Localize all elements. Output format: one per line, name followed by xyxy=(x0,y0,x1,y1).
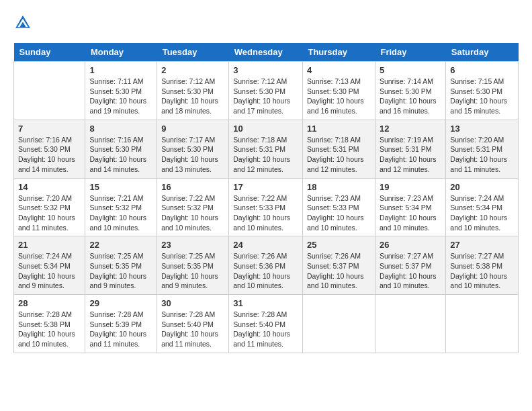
calendar-cell: 26Sunrise: 7:27 AMSunset: 5:37 PMDayligh… xyxy=(375,236,445,295)
day-info: Sunrise: 7:11 AMSunset: 5:30 PMDaylight:… xyxy=(89,77,152,116)
calendar-cell: 19Sunrise: 7:23 AMSunset: 5:34 PMDayligh… xyxy=(375,178,445,236)
calendar-cell: 8Sunrise: 7:16 AMSunset: 5:30 PMDaylight… xyxy=(85,120,157,178)
calendar-week-row: 28Sunrise: 7:28 AMSunset: 5:38 PMDayligh… xyxy=(14,295,519,353)
day-number: 18 xyxy=(307,182,371,192)
day-info: Sunrise: 7:17 AMSunset: 5:30 PMDaylight:… xyxy=(161,135,224,175)
day-info: Sunrise: 7:18 AMSunset: 5:31 PMDaylight:… xyxy=(233,135,298,175)
day-number: 13 xyxy=(450,124,514,134)
day-info: Sunrise: 7:13 AMSunset: 5:30 PMDaylight:… xyxy=(307,77,371,116)
day-info: Sunrise: 7:16 AMSunset: 5:30 PMDaylight:… xyxy=(89,135,152,175)
calendar-header-row: SundayMondayTuesdayWednesdayThursdayFrid… xyxy=(14,43,519,62)
day-number: 20 xyxy=(450,182,514,192)
day-number: 4 xyxy=(307,65,371,75)
day-info: Sunrise: 7:26 AMSunset: 5:37 PMDaylight:… xyxy=(307,251,371,291)
calendar-cell: 31Sunrise: 7:28 AMSunset: 5:40 PMDayligh… xyxy=(229,295,303,353)
day-number: 27 xyxy=(450,240,514,250)
day-info: Sunrise: 7:27 AMSunset: 5:37 PMDaylight:… xyxy=(380,251,441,291)
logo xyxy=(13,13,35,32)
day-info: Sunrise: 7:14 AMSunset: 5:30 PMDaylight:… xyxy=(380,77,441,116)
calendar-cell xyxy=(446,295,519,353)
weekday-header-thursday: Thursday xyxy=(302,43,375,62)
day-number: 21 xyxy=(18,240,81,250)
calendar-cell: 6Sunrise: 7:15 AMSunset: 5:30 PMDaylight… xyxy=(446,62,519,120)
calendar-week-row: 1Sunrise: 7:11 AMSunset: 5:30 PMDaylight… xyxy=(14,62,519,120)
calendar-cell: 11Sunrise: 7:18 AMSunset: 5:31 PMDayligh… xyxy=(302,120,375,178)
day-number: 11 xyxy=(307,124,371,134)
calendar-table: SundayMondayTuesdayWednesdayThursdayFrid… xyxy=(13,43,519,353)
day-number: 3 xyxy=(233,65,298,75)
day-info: Sunrise: 7:22 AMSunset: 5:32 PMDaylight:… xyxy=(161,193,224,233)
calendar-cell: 24Sunrise: 7:26 AMSunset: 5:36 PMDayligh… xyxy=(229,236,303,295)
day-info: Sunrise: 7:28 AMSunset: 5:38 PMDaylight:… xyxy=(18,310,81,349)
day-info: Sunrise: 7:27 AMSunset: 5:38 PMDaylight:… xyxy=(450,251,514,291)
calendar-cell: 21Sunrise: 7:24 AMSunset: 5:34 PMDayligh… xyxy=(14,236,85,295)
calendar-cell: 29Sunrise: 7:28 AMSunset: 5:39 PMDayligh… xyxy=(85,295,157,353)
day-number: 31 xyxy=(233,298,298,308)
day-number: 14 xyxy=(18,182,81,192)
calendar-week-row: 14Sunrise: 7:20 AMSunset: 5:32 PMDayligh… xyxy=(14,178,519,236)
day-info: Sunrise: 7:28 AMSunset: 5:39 PMDaylight:… xyxy=(89,310,152,349)
calendar-cell: 30Sunrise: 7:28 AMSunset: 5:40 PMDayligh… xyxy=(157,295,229,353)
weekday-header-friday: Friday xyxy=(375,43,445,62)
day-info: Sunrise: 7:23 AMSunset: 5:33 PMDaylight:… xyxy=(307,193,371,233)
calendar-cell xyxy=(375,295,445,353)
day-number: 17 xyxy=(233,182,298,192)
day-number: 30 xyxy=(161,298,224,308)
calendar-cell: 14Sunrise: 7:20 AMSunset: 5:32 PMDayligh… xyxy=(14,178,85,236)
day-number: 26 xyxy=(380,240,441,250)
weekday-header-sunday: Sunday xyxy=(14,43,85,62)
calendar-cell: 9Sunrise: 7:17 AMSunset: 5:30 PMDaylight… xyxy=(157,120,229,178)
calendar-cell: 12Sunrise: 7:19 AMSunset: 5:31 PMDayligh… xyxy=(375,120,445,178)
calendar-cell: 17Sunrise: 7:22 AMSunset: 5:33 PMDayligh… xyxy=(229,178,303,236)
day-number: 28 xyxy=(18,298,81,308)
calendar-cell: 27Sunrise: 7:27 AMSunset: 5:38 PMDayligh… xyxy=(446,236,519,295)
day-info: Sunrise: 7:18 AMSunset: 5:31 PMDaylight:… xyxy=(307,135,371,175)
day-info: Sunrise: 7:26 AMSunset: 5:36 PMDaylight:… xyxy=(233,251,298,291)
day-info: Sunrise: 7:28 AMSunset: 5:40 PMDaylight:… xyxy=(161,310,224,349)
calendar-cell: 25Sunrise: 7:26 AMSunset: 5:37 PMDayligh… xyxy=(302,236,375,295)
day-number: 2 xyxy=(161,65,224,75)
day-number: 6 xyxy=(450,65,514,75)
calendar-cell: 20Sunrise: 7:24 AMSunset: 5:34 PMDayligh… xyxy=(446,178,519,236)
day-info: Sunrise: 7:16 AMSunset: 5:30 PMDaylight:… xyxy=(18,135,81,175)
calendar-cell: 2Sunrise: 7:12 AMSunset: 5:30 PMDaylight… xyxy=(157,62,229,120)
weekday-header-tuesday: Tuesday xyxy=(157,43,229,62)
day-info: Sunrise: 7:12 AMSunset: 5:30 PMDaylight:… xyxy=(233,77,298,116)
calendar-cell: 22Sunrise: 7:25 AMSunset: 5:35 PMDayligh… xyxy=(85,236,157,295)
day-info: Sunrise: 7:20 AMSunset: 5:31 PMDaylight:… xyxy=(450,135,514,175)
weekday-header-wednesday: Wednesday xyxy=(229,43,303,62)
calendar-cell: 23Sunrise: 7:25 AMSunset: 5:35 PMDayligh… xyxy=(157,236,229,295)
day-number: 23 xyxy=(161,240,224,250)
calendar-cell: 18Sunrise: 7:23 AMSunset: 5:33 PMDayligh… xyxy=(302,178,375,236)
day-number: 29 xyxy=(89,298,152,308)
day-info: Sunrise: 7:22 AMSunset: 5:33 PMDaylight:… xyxy=(233,193,298,233)
calendar-cell: 16Sunrise: 7:22 AMSunset: 5:32 PMDayligh… xyxy=(157,178,229,236)
weekday-header-monday: Monday xyxy=(85,43,157,62)
day-info: Sunrise: 7:19 AMSunset: 5:31 PMDaylight:… xyxy=(380,135,441,175)
day-info: Sunrise: 7:28 AMSunset: 5:40 PMDaylight:… xyxy=(233,310,298,349)
day-info: Sunrise: 7:24 AMSunset: 5:34 PMDaylight:… xyxy=(450,193,514,233)
day-info: Sunrise: 7:23 AMSunset: 5:34 PMDaylight:… xyxy=(380,193,441,233)
day-info: Sunrise: 7:15 AMSunset: 5:30 PMDaylight:… xyxy=(450,77,514,116)
day-info: Sunrise: 7:21 AMSunset: 5:32 PMDaylight:… xyxy=(89,193,152,233)
calendar-cell: 7Sunrise: 7:16 AMSunset: 5:30 PMDaylight… xyxy=(14,120,85,178)
day-info: Sunrise: 7:12 AMSunset: 5:30 PMDaylight:… xyxy=(161,77,224,116)
day-number: 24 xyxy=(233,240,298,250)
day-number: 9 xyxy=(161,124,224,134)
day-number: 1 xyxy=(89,65,152,75)
day-number: 10 xyxy=(233,124,298,134)
day-number: 5 xyxy=(380,65,441,75)
calendar-cell: 15Sunrise: 7:21 AMSunset: 5:32 PMDayligh… xyxy=(85,178,157,236)
day-number: 7 xyxy=(18,124,81,134)
day-number: 15 xyxy=(89,182,152,192)
day-number: 22 xyxy=(89,240,152,250)
calendar-cell: 13Sunrise: 7:20 AMSunset: 5:31 PMDayligh… xyxy=(446,120,519,178)
calendar-week-row: 7Sunrise: 7:16 AMSunset: 5:30 PMDaylight… xyxy=(14,120,519,178)
page-header xyxy=(13,13,519,32)
calendar-cell: 3Sunrise: 7:12 AMSunset: 5:30 PMDaylight… xyxy=(229,62,303,120)
day-number: 25 xyxy=(307,240,371,250)
calendar-cell: 5Sunrise: 7:14 AMSunset: 5:30 PMDaylight… xyxy=(375,62,445,120)
calendar-cell: 1Sunrise: 7:11 AMSunset: 5:30 PMDaylight… xyxy=(85,62,157,120)
logo-icon xyxy=(13,13,32,32)
weekday-header-saturday: Saturday xyxy=(446,43,519,62)
